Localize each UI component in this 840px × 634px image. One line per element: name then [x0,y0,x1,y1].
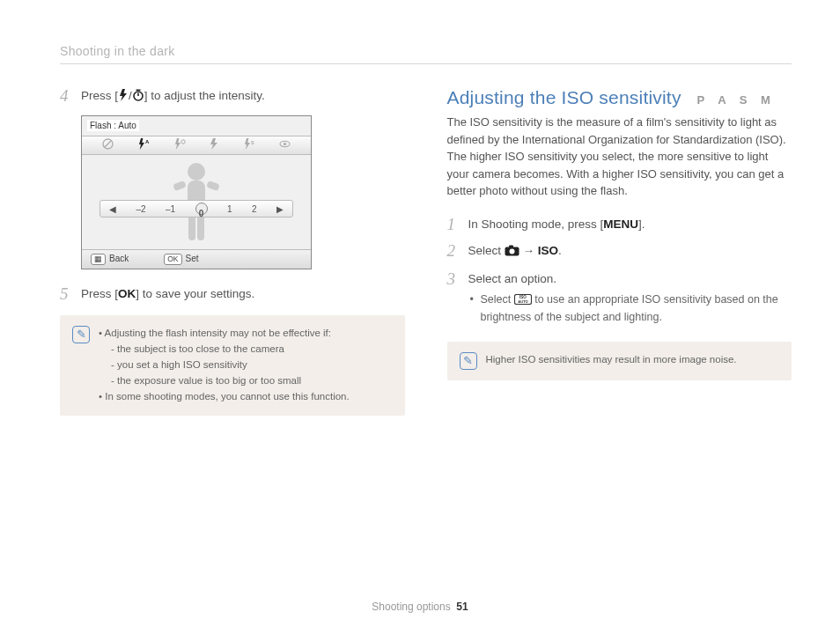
mode-badges: P A S M [697,93,776,107]
step-sub-bullet: Select ISOAUTO to use an appropriate ISO… [468,291,792,327]
camera-icon [505,244,519,262]
text: In Shooting mode, press [ [468,217,604,231]
flash-icon [118,89,129,107]
text: ] to save your settings. [136,287,254,300]
text: ] to adjust the intensity. [144,89,265,102]
note-item: the exposure value is too big or too sma… [99,373,350,389]
note-item: you set a high ISO sensitivity [99,358,350,373]
text: Select [468,244,505,257]
left-column: 4 Press [/] to adjust the intensity. Fla… [60,87,405,416]
note-icon: ✎ [460,352,477,370]
lcd-bottom-bar: ▦Back OKSet [82,249,311,269]
step-4: 4 Press [/] to adjust the intensity. [60,87,405,107]
lcd-screenshot: Flash : Auto A S [81,115,405,269]
svg-rect-12 [173,181,187,191]
iso-auto-icon: ISOAUTO [514,293,532,310]
tick: –2 [136,204,145,214]
svg-text:A: A [145,139,150,144]
step-number: 2 [447,242,460,262]
note-box: ✎ Adjusting the flash intensity may not … [60,315,405,415]
lcd-intensity-slider: ◀ –2 –1 0 1 2 ▶ [99,200,293,217]
lcd-mode-label: Flash : Auto [87,120,139,131]
tick: 0 [199,209,204,218]
note-item: In some shooting modes, you cannot use t… [99,389,350,405]
step-number: 5 [60,285,72,304]
step-5: 5 Press [OK] to save your settings. [60,285,405,304]
note-text: Higher ISO sensitivities may result in m… [486,352,737,370]
step-number: 3 [447,270,460,326]
timer-icon [132,89,144,107]
lcd-person-silhouette: ◀ –2 –1 0 1 2 ▶ [82,160,311,247]
text: Press [ [81,287,118,300]
page-number: 51 [456,601,468,613]
text: ]. [638,217,645,231]
text: → [519,244,538,257]
svg-line-4 [105,140,112,147]
svg-rect-17 [509,246,513,248]
svg-point-6 [181,139,184,143]
note-item: the subject is too close to the camera [99,342,350,358]
svg-text:S: S [251,140,254,145]
tick: 2 [252,204,257,214]
note-list: Adjusting the flash intensity may not be… [99,326,350,404]
note-box: ✎ Higher ISO sensitivities may result in… [447,342,792,380]
lcd-flash-options-bar: A S [82,136,311,155]
text: . [558,244,562,257]
arrow-left-icon: ◀ [109,204,116,214]
step-1: 1 In Shooting mode, press [MENU]. [447,216,792,234]
flash-fill-icon [209,137,219,153]
step-body: Press [OK] to save your settings. [81,285,405,304]
svg-text:AUTO: AUTO [518,299,527,304]
running-header: Shooting in the dark [60,44,792,58]
redeye-icon [279,137,291,153]
text: Select [481,293,514,306]
text: Select an option. [468,272,557,285]
step-number: 1 [447,216,460,234]
step-number: 4 [60,87,72,107]
step-body: Press [/] to adjust the intensity. [81,87,405,107]
page-footer: Shooting options 51 [0,601,840,613]
text: Press [ [81,89,118,102]
step-body: Select → ISO. [468,242,792,262]
flash-auto-redeye-icon [173,137,186,153]
arrow-right-icon: ▶ [276,204,284,214]
note-icon: ✎ [72,326,90,343]
menu-button-icon: ▦ [91,254,106,265]
iso-label: ISO [538,244,558,257]
step-body: In Shooting mode, press [MENU]. [468,216,792,234]
tick: 1 [227,204,232,214]
svg-rect-13 [206,181,220,191]
section-title: Adjusting the ISO sensitivity P A S M [447,87,792,108]
flash-slow-icon: S [243,137,255,153]
step-body: Select an option. Select ISOAUTO to use … [468,270,792,326]
title-text: Adjusting the ISO sensitivity [447,87,682,108]
set-hint: OKSet [164,254,198,265]
ok-button-icon: OK [164,254,181,265]
svg-point-9 [284,142,286,144]
menu-label: MENU [603,217,638,231]
ok-label: OK [118,287,136,300]
note-item: Adjusting the flash intensity may not be… [99,326,350,342]
svg-point-18 [509,249,514,254]
section-description: The ISO sensitivity is the measure of a … [447,114,792,200]
flash-off-icon [102,137,114,153]
right-column: Adjusting the ISO sensitivity P A S M Th… [447,87,792,416]
flash-auto-icon: A [137,137,150,153]
step-3: 3 Select an option. Select ISOAUTO to us… [447,270,792,326]
svg-point-10 [188,163,205,181]
back-hint: ▦Back [91,254,129,265]
step-2: 2 Select → ISO. [447,242,792,262]
footer-section: Shooting options [372,601,450,613]
tick: –1 [166,204,175,214]
header-divider [60,63,792,64]
